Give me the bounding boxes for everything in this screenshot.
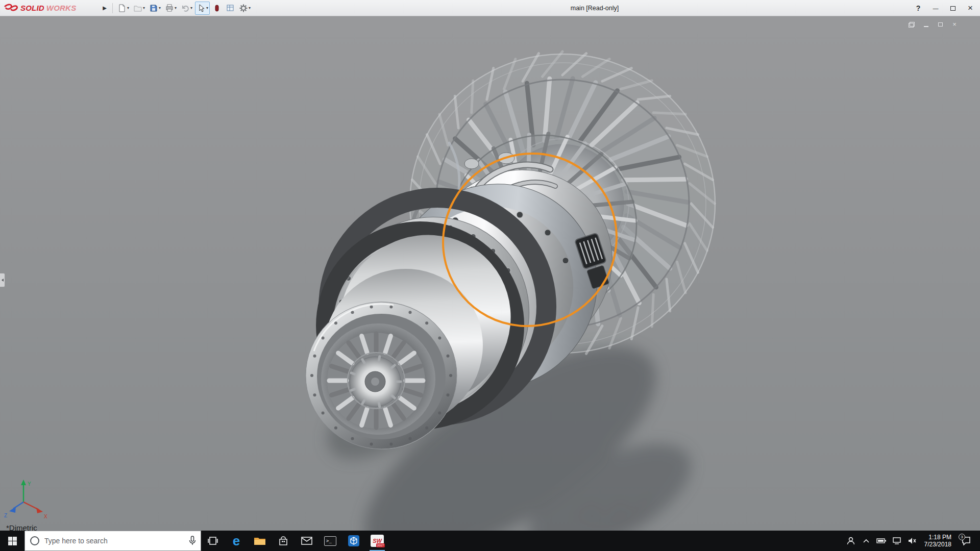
ds-logo-icon: [4, 3, 18, 13]
logo-text-solid: SOLID: [20, 4, 44, 12]
logo-text-works: WORKS: [46, 4, 77, 12]
doc-minimize-icon: [924, 26, 928, 27]
save-icon: [149, 4, 158, 13]
taskbar-item-edge[interactable]: e: [225, 531, 248, 551]
z-axis-label: Z: [4, 513, 7, 518]
window-controls: ? — ×: [911, 0, 978, 16]
volume-button[interactable]: [906, 531, 918, 551]
file-explorer-icon: [254, 536, 266, 546]
print-icon: [165, 4, 174, 13]
doc-close-button[interactable]: ×: [949, 20, 960, 29]
tray-overflow-button[interactable]: [860, 531, 872, 551]
cascade-windows-icon: [909, 22, 915, 28]
taskbar-item-cad-tool[interactable]: [342, 531, 365, 551]
minimize-icon: —: [933, 5, 939, 11]
undo-icon: [181, 4, 190, 13]
solidworks-window: SOLIDWORKS ▶ ▾ ▾: [0, 0, 980, 551]
mail-icon: [301, 537, 312, 545]
select-tool-button[interactable]: ▾: [195, 2, 210, 15]
title-bar: SOLIDWORKS ▶ ▾ ▾: [0, 0, 980, 16]
x-axis-arrow-icon: [36, 508, 43, 513]
clock[interactable]: 1:18 PM 7/23/2018: [921, 531, 954, 551]
new-document-button[interactable]: ▾: [116, 2, 131, 15]
dropdown-caret-icon: ▾: [127, 6, 129, 10]
dropdown-caret-icon: ▾: [190, 6, 192, 10]
system-tray: 1:18 PM 7/23/2018 3: [845, 531, 980, 551]
view-orientation-label: *Dimetric: [6, 523, 37, 531]
search-input[interactable]: [40, 537, 188, 545]
document-title: main [Read-only]: [571, 0, 619, 16]
task-view-button[interactable]: [201, 531, 225, 551]
dropdown-caret-icon: ▾: [206, 6, 208, 10]
flyout-arrow-icon: ▶: [103, 5, 107, 11]
minimize-button[interactable]: —: [928, 2, 943, 15]
appearance-button[interactable]: [211, 2, 223, 15]
maximize-icon: [950, 6, 955, 11]
toolbar-flyout-button[interactable]: ▶: [100, 3, 109, 14]
action-center-button[interactable]: 3: [958, 531, 975, 551]
help-button[interactable]: ?: [911, 2, 926, 15]
taskbar-item-terminal[interactable]: >_: [318, 531, 342, 551]
speaker-icon: [908, 537, 917, 544]
cad-app-icon: [348, 535, 360, 547]
taskbar-item-store[interactable]: [272, 531, 295, 551]
terminal-icon: >_: [324, 536, 336, 546]
taskbar-item-solidworks[interactable]: SW 2017: [365, 531, 389, 551]
microphone-icon[interactable]: [188, 536, 197, 546]
y-axis-arrow-icon: [21, 480, 26, 485]
save-button[interactable]: ▾: [148, 2, 162, 15]
jet-engine-model: Y X Z: [0, 16, 980, 531]
new-document-icon: [117, 4, 127, 13]
gear-icon: [239, 4, 248, 13]
toolbar-separator: [112, 3, 113, 13]
open-folder-icon: [133, 4, 142, 13]
doc-cascade-button[interactable]: [906, 20, 917, 29]
document-window-controls: ×: [906, 20, 960, 29]
battery-button[interactable]: [875, 531, 888, 551]
people-button[interactable]: [845, 531, 857, 551]
clock-date: 7/23/2018: [924, 541, 951, 548]
doc-minimize-button[interactable]: [921, 20, 931, 29]
view-settings-button[interactable]: [224, 2, 236, 15]
start-button[interactable]: [0, 531, 24, 551]
battery-icon: [876, 538, 887, 544]
options-button[interactable]: ▾: [237, 2, 252, 15]
close-button[interactable]: ×: [963, 2, 978, 15]
viewport-3d[interactable]: Y X Z × *Dimetric: [0, 16, 980, 531]
taskbar-item-mail[interactable]: [295, 531, 318, 551]
collapsed-panel-tab[interactable]: [0, 273, 5, 287]
dropdown-caret-icon: ▾: [175, 6, 177, 10]
windows-logo-icon: [8, 537, 17, 545]
z-axis-arrow-icon: [9, 507, 16, 513]
cortana-icon: [29, 535, 40, 546]
y-axis-label: Y: [28, 481, 31, 487]
taskbar: e >_: [0, 531, 980, 551]
store-icon: [278, 536, 288, 546]
front-opening: [306, 302, 457, 449]
print-button[interactable]: ▾: [163, 2, 178, 15]
maximize-button[interactable]: [945, 2, 961, 15]
select-cursor-icon: [197, 4, 206, 13]
undo-button[interactable]: ▾: [179, 2, 194, 15]
quick-access-toolbar: ▾ ▾ ▾: [116, 2, 252, 15]
dropdown-caret-icon: ▾: [249, 6, 251, 10]
doc-close-icon: ×: [952, 21, 957, 28]
dropdown-caret-icon: ▾: [159, 6, 161, 10]
network-button[interactable]: [891, 531, 903, 551]
network-icon: [892, 537, 901, 544]
task-view-icon: [207, 536, 218, 545]
taskbar-item-file-explorer[interactable]: [248, 531, 272, 551]
open-button[interactable]: ▾: [132, 2, 146, 15]
people-icon: [846, 536, 855, 545]
clock-time: 1:18 PM: [928, 534, 951, 541]
chevron-up-icon: [863, 538, 870, 543]
doc-restore-icon: [938, 22, 943, 27]
doc-restore-button[interactable]: [935, 20, 945, 29]
left-port: [464, 159, 479, 169]
taskbar-search[interactable]: [24, 531, 201, 551]
notification-badge: 3: [959, 534, 965, 540]
help-icon: ?: [916, 4, 921, 12]
x-axis-label: X: [44, 514, 47, 519]
edge-icon: e: [233, 534, 240, 547]
solidworks-logo: SOLIDWORKS: [0, 3, 100, 13]
